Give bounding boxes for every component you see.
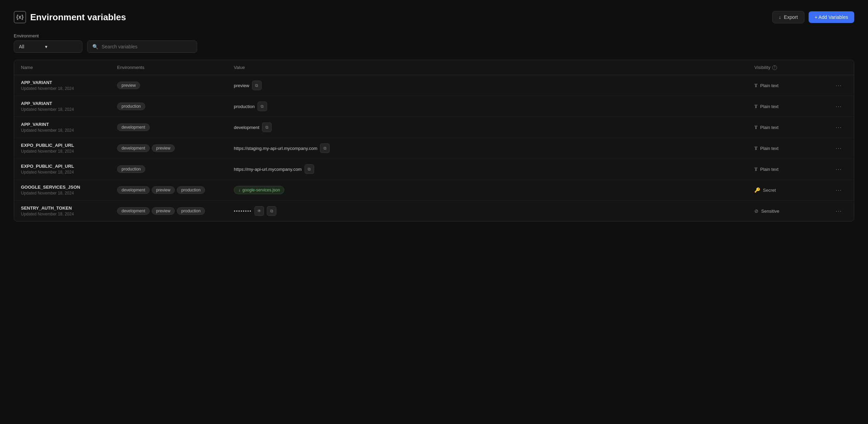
env-tag-development: development	[117, 207, 150, 215]
value-cell: https://my-api-url.mycompany.com ⧉	[234, 164, 754, 174]
env-tags-cell: preview	[117, 82, 234, 89]
table-row: EXPO_PUBLIC_API_URL Updated November 18,…	[14, 138, 854, 159]
text-type-icon: 𝐓	[754, 83, 757, 89]
copy-button[interactable]: ⧉	[258, 102, 267, 111]
environment-select[interactable]: All ▾	[14, 40, 82, 53]
env-tags-cell: development	[117, 123, 234, 131]
env-tag-preview: preview	[117, 82, 140, 89]
visibility-cell: 𝐓 Plain text	[754, 166, 830, 172]
env-tags-cell: development preview	[117, 144, 234, 152]
value-cell: preview ⧉	[234, 81, 754, 90]
env-tags-cell: development preview production	[117, 207, 234, 215]
env-tag-production: production	[177, 207, 205, 215]
add-variables-button[interactable]: + Add Variables	[809, 11, 854, 23]
copy-button[interactable]: ⧉	[267, 206, 276, 216]
text-type-icon: 𝐓	[754, 125, 757, 130]
env-tag-production: production	[117, 103, 145, 110]
visibility-cell: 𝐓 Plain text	[754, 104, 830, 109]
table-row: GOOGLE_SERVICES_JSON Updated November 18…	[14, 180, 854, 201]
var-name-cell: APP_VARIANT Updated November 18, 2024	[21, 80, 117, 91]
var-name-cell: APP_VARINT Updated November 18, 2024	[21, 122, 117, 133]
page-header: {x} Environment variables ↓ Export + Add…	[14, 11, 854, 23]
value-cell: •••••••• 👁 ⧉	[234, 206, 754, 216]
search-input[interactable]	[102, 44, 192, 49]
var-name-cell: SENTRY_AUTH_TOKEN Updated November 18, 2…	[21, 205, 117, 216]
env-tag-development: development	[117, 144, 150, 152]
header-buttons: ↓ Export + Add Variables	[772, 11, 854, 23]
copy-button[interactable]: ⧉	[320, 143, 330, 153]
more-options-button[interactable]: ⋯	[830, 206, 847, 216]
logo-icon: {x}	[14, 11, 26, 23]
value-cell: development ⧉	[234, 122, 754, 132]
more-options-button[interactable]: ⋯	[830, 143, 847, 153]
env-tags-cell: production	[117, 165, 234, 173]
col-value: Value	[234, 65, 754, 70]
page-title: Environment variables	[30, 12, 126, 23]
key-icon: 🔑	[754, 187, 760, 193]
visibility-info-icon[interactable]: ?	[772, 65, 777, 70]
text-type-icon: 𝐓	[754, 104, 757, 109]
visibility-cell: 𝐓 Plain text	[754, 125, 830, 130]
search-box: 🔍	[87, 40, 197, 53]
table-row: APP_VARIANT Updated November 18, 2024 pr…	[14, 96, 854, 117]
table-row: EXPO_PUBLIC_API_URL Updated November 18,…	[14, 159, 854, 180]
file-badge: ↓ google-services.json	[234, 186, 284, 194]
title-area: {x} Environment variables	[14, 11, 126, 23]
env-tag-preview: preview	[152, 207, 175, 215]
col-environments: Environments	[117, 65, 234, 70]
export-icon: ↓	[779, 14, 781, 20]
var-name-cell: EXPO_PUBLIC_API_URL Updated November 18,…	[21, 143, 117, 154]
col-name: Name	[21, 65, 117, 70]
table-header: Name Environments Value Visibility ?	[14, 60, 854, 75]
env-tags-cell: development preview production	[117, 186, 234, 194]
visibility-cell: 🔑 Secret	[754, 187, 830, 193]
env-tag-production: production	[117, 165, 145, 173]
visibility-cell: 𝐓 Plain text	[754, 83, 830, 89]
env-tag-production: production	[177, 186, 205, 194]
var-name-cell: EXPO_PUBLIC_API_URL Updated November 18,…	[21, 164, 117, 175]
value-cell: https://staging.my-api-url.mycompany.com…	[234, 143, 754, 153]
text-type-icon: 𝐓	[754, 145, 757, 151]
col-visibility: Visibility ?	[754, 65, 830, 70]
file-icon: ↓	[238, 188, 240, 192]
copy-button[interactable]: ⧉	[252, 81, 262, 90]
chevron-down-icon: ▾	[45, 44, 47, 49]
variables-table: Name Environments Value Visibility ? APP…	[14, 60, 854, 222]
env-tag-development: development	[117, 123, 150, 131]
more-options-button[interactable]: ⋯	[830, 80, 847, 91]
env-tag-development: development	[117, 186, 150, 194]
more-options-button[interactable]: ⋯	[830, 164, 847, 174]
env-tag-preview: preview	[152, 144, 175, 152]
reveal-button[interactable]: 👁	[254, 206, 264, 216]
col-actions	[830, 65, 847, 70]
visibility-cell: 𝐓 Plain text	[754, 145, 830, 151]
var-name-cell: GOOGLE_SERVICES_JSON Updated November 18…	[21, 185, 117, 196]
sensitive-icon: ⊘	[754, 208, 758, 214]
export-button[interactable]: ↓ Export	[772, 11, 804, 23]
copy-button[interactable]: ⧉	[262, 122, 272, 132]
env-tag-preview: preview	[152, 186, 175, 194]
env-tags-cell: production	[117, 103, 234, 110]
value-cell: production ⧉	[234, 102, 754, 111]
more-options-button[interactable]: ⋯	[830, 185, 847, 195]
copy-button[interactable]: ⧉	[305, 164, 314, 174]
search-icon: 🔍	[92, 44, 98, 49]
table-row: SENTRY_AUTH_TOKEN Updated November 18, 2…	[14, 201, 854, 221]
var-name-cell: APP_VARIANT Updated November 18, 2024	[21, 101, 117, 112]
environment-label: Environment	[14, 33, 82, 38]
environment-filter-group: Environment All ▾	[14, 33, 82, 53]
table-row: APP_VARIANT Updated November 18, 2024 pr…	[14, 75, 854, 96]
more-options-button[interactable]: ⋯	[830, 101, 847, 111]
more-options-button[interactable]: ⋯	[830, 122, 847, 132]
visibility-cell: ⊘ Sensitive	[754, 208, 830, 214]
table-row: APP_VARINT Updated November 18, 2024 dev…	[14, 117, 854, 138]
value-cell: ↓ google-services.json	[234, 186, 754, 194]
text-type-icon: 𝐓	[754, 166, 757, 172]
filter-row: Environment All ▾ 🔍	[14, 33, 854, 53]
